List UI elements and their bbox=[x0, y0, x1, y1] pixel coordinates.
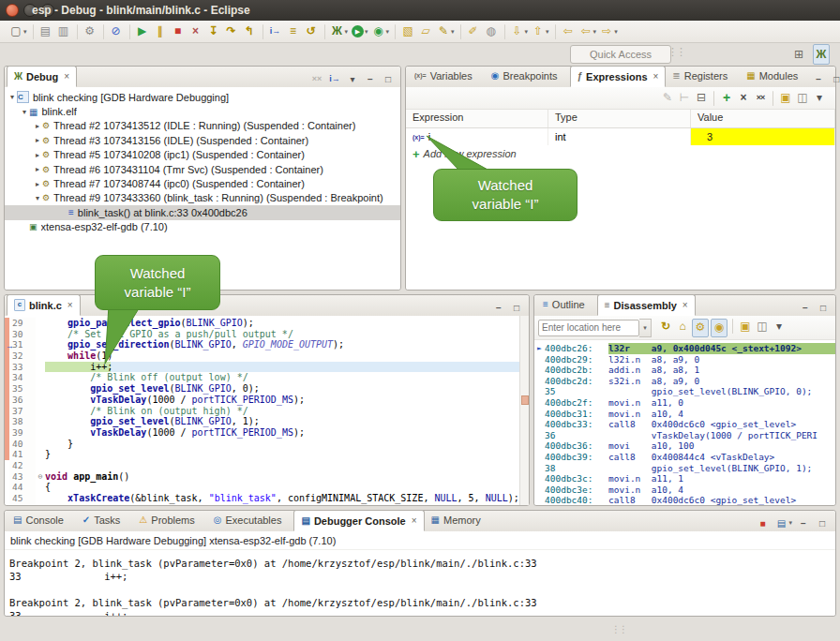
instruction-stepping-icon[interactable]: i→ bbox=[268, 23, 284, 40]
display-selected-console-icon[interactable]: ▤ ▾ bbox=[773, 514, 793, 531]
debug-icon[interactable]: Ж ▾ bbox=[330, 23, 350, 40]
debug-tree-item[interactable]: ≡ blink_task() at blink.c:33 0x400dbc26 bbox=[5, 205, 400, 219]
debug-tree-item[interactable]: ▸ ⚙ Thread #6 1073431104 (Tmr Svc) (Susp… bbox=[5, 162, 400, 176]
line-number[interactable]: 32 bbox=[9, 350, 36, 362]
dropdown-arrow-icon[interactable]: ▾ bbox=[23, 28, 27, 36]
dropdown-arrow-icon[interactable]: ▾ bbox=[365, 28, 368, 36]
fold-icon[interactable] bbox=[36, 318, 45, 329]
pin-view-icon[interactable]: ◫ bbox=[755, 319, 770, 335]
code-line[interactable]: 32 while(1) bbox=[5, 350, 529, 362]
step-over-icon[interactable]: ↷ bbox=[224, 23, 240, 40]
separator[interactable] bbox=[129, 24, 130, 39]
new-project-icon[interactable]: ▧ bbox=[400, 23, 416, 40]
line-number[interactable]: 36 bbox=[9, 395, 36, 406]
line-number[interactable] bbox=[9, 504, 36, 505]
expander-icon[interactable]: ▾ bbox=[8, 93, 17, 101]
separator[interactable] bbox=[555, 24, 556, 39]
previous-annotation-icon[interactable]: ⇧ ▾ bbox=[531, 23, 550, 40]
dropdown-arrow-icon[interactable]: ▾ bbox=[614, 28, 618, 36]
debug-tree-item[interactable]: ▸ ⚙ Thread #3 1073413156 (IDLE) (Suspend… bbox=[5, 133, 400, 147]
close-icon[interactable]: × bbox=[64, 71, 69, 82]
line-number[interactable]: 42 bbox=[9, 460, 36, 471]
resume-icon[interactable]: ▶ bbox=[135, 23, 151, 40]
location-dropdown-icon[interactable]: ▾ bbox=[639, 319, 652, 337]
fold-icon[interactable] bbox=[36, 427, 45, 439]
code-line[interactable]: 41 } bbox=[5, 449, 529, 460]
disassembly-row[interactable]: ► 400dbc26: l32r a9, 0x400d045c <_stext+… bbox=[534, 343, 835, 354]
new-rendering-icon[interactable]: ▣ bbox=[778, 90, 793, 107]
skip-breakpoints-icon[interactable]: ⊘ bbox=[109, 23, 125, 40]
dropdown-arrow-icon[interactable]: ▾ bbox=[525, 28, 529, 36]
remove-expression-icon[interactable]: × bbox=[736, 90, 751, 107]
disassembly-row[interactable]: 400dbc39: call8 0x400844c4 <vTaskDelay> bbox=[534, 452, 835, 463]
debug-tree-item[interactable]: ▸ ⚙ Thread #2 1073413512 (IDLE : Running… bbox=[5, 119, 400, 133]
expander-icon[interactable]: ▾ bbox=[33, 194, 42, 202]
annotation-marker[interactable] bbox=[521, 395, 529, 405]
sash-grip[interactable]: ⋮⋮ bbox=[611, 624, 626, 634]
line-number[interactable]: 39 bbox=[9, 427, 36, 439]
mark-occurrences-icon[interactable]: ✐ bbox=[466, 23, 482, 40]
fold-icon[interactable] bbox=[36, 449, 45, 460]
remove-all-expressions-icon[interactable]: ×× bbox=[753, 90, 768, 107]
line-number[interactable]: 30 bbox=[9, 329, 36, 340]
view-tab[interactable]: ≣ Registers bbox=[666, 66, 740, 85]
view-menu-icon[interactable]: ▾ bbox=[772, 319, 787, 335]
code-line[interactable]: 29 gpio_pad_select_gpio(BLINK_GPIO); bbox=[5, 318, 529, 329]
line-number[interactable]: 43 bbox=[9, 471, 36, 483]
show-logical-structure-icon[interactable]: ⊢ bbox=[677, 90, 692, 107]
close-icon[interactable]: × bbox=[68, 300, 73, 310]
minimize-icon[interactable]: − bbox=[796, 514, 812, 531]
disassembly-row[interactable]: 400dbc3c: movi.n a11, 1 bbox=[534, 473, 835, 484]
separator[interactable] bbox=[33, 24, 34, 39]
dropdown-arrow-icon[interactable]: ▾ bbox=[593, 28, 597, 36]
fold-icon[interactable] bbox=[36, 493, 45, 504]
maximize-icon[interactable]: □ bbox=[816, 299, 831, 316]
new-wizard-icon[interactable]: ▢ ▾ bbox=[8, 23, 28, 40]
code-line[interactable]: 35 gpio_set_level(BLINK_GPIO, 0); bbox=[5, 383, 529, 395]
code-line[interactable]: 30 /* Set the GPIO as a push/pull output… bbox=[5, 329, 529, 340]
view-menu-icon[interactable]: ▾ bbox=[345, 70, 360, 87]
disassembly-row[interactable]: 400dbc40: call8 0x400dc6c0 <gpio_set_lev… bbox=[534, 495, 835, 505]
step-return-icon[interactable]: ↰ bbox=[242, 23, 258, 40]
disassembly-row[interactable]: 400dbc2b: addi.n a8, a8, 1 bbox=[534, 365, 835, 376]
code-line[interactable]: 45 xTaskCreate(&blink_task, "blink_task"… bbox=[5, 493, 529, 504]
sync-active-context-icon[interactable]: ⚙ bbox=[692, 319, 709, 337]
console-tab[interactable]: ▤ Console bbox=[7, 510, 76, 529]
disassembly-row[interactable]: 36 vTaskDelay(1000 / portTICK_PERI bbox=[534, 430, 835, 441]
debug-perspective-icon[interactable]: Ж bbox=[813, 44, 830, 65]
tab-blink-c[interactable]: c blink.c × bbox=[7, 294, 81, 316]
view-tab[interactable]: ≡ Outline bbox=[536, 294, 597, 314]
debug-tree-item[interactable]: ▾ C blink checking [GDB Hardware Debuggi… bbox=[5, 90, 400, 104]
disconnect-icon[interactable]: × bbox=[188, 23, 204, 40]
quick-access-box[interactable]: Quick Access bbox=[570, 45, 671, 64]
expander-icon[interactable]: ▸ bbox=[33, 165, 42, 173]
instruction-stepping-mode-icon[interactable]: i→ bbox=[327, 70, 342, 87]
code-line[interactable]: 43 ⊖ void app_main() bbox=[5, 471, 529, 483]
console-tab[interactable]: ▤ Debugger Console × bbox=[293, 510, 424, 531]
line-number[interactable]: 33 bbox=[9, 362, 36, 373]
fold-icon[interactable] bbox=[36, 504, 45, 505]
line-number[interactable]: 35 bbox=[9, 383, 36, 395]
search-icon[interactable]: ✎ ▾ bbox=[436, 23, 456, 40]
code-line[interactable]: 36 vTaskDelay(1000 / portTICK_PERIOD_MS)… bbox=[5, 395, 529, 406]
disassembly-row[interactable]: 35 gpio_set_level(BLINK_GPIO, 0); bbox=[534, 386, 835, 397]
view-tab[interactable]: ≡ Disassembly × bbox=[597, 294, 696, 316]
collapse-all-icon[interactable]: ⊟ bbox=[694, 90, 709, 107]
debug-tree-item[interactable]: ▣ xtensa-esp32-elf-gdb (7.10) bbox=[5, 220, 400, 234]
separator[interactable] bbox=[262, 24, 263, 39]
show-debug-console-icon[interactable]: ≡ bbox=[286, 23, 302, 40]
track-expression-icon[interactable]: ◉ bbox=[711, 319, 728, 337]
expander-icon[interactable]: ▸ bbox=[33, 122, 42, 130]
code-line[interactable]: } bbox=[5, 504, 529, 505]
fold-icon[interactable] bbox=[36, 362, 45, 373]
maximize-icon[interactable]: □ bbox=[509, 299, 524, 316]
dropdown-arrow-icon[interactable]: ▾ bbox=[386, 28, 390, 36]
view-menu-icon[interactable]: ▾ bbox=[812, 90, 827, 107]
debug-tree-item[interactable]: ▸ ⚙ Thread #5 1073410208 (ipc1) (Suspend… bbox=[5, 148, 400, 162]
code-line[interactable]: 44 { bbox=[5, 482, 529, 493]
view-tab[interactable]: ƒ Expressions × bbox=[570, 66, 667, 87]
separator[interactable] bbox=[713, 91, 714, 106]
dropdown-arrow-icon[interactable]: ▾ bbox=[345, 28, 349, 36]
separator[interactable] bbox=[732, 319, 733, 334]
run-icon[interactable]: ▶ ▾ bbox=[351, 23, 369, 40]
